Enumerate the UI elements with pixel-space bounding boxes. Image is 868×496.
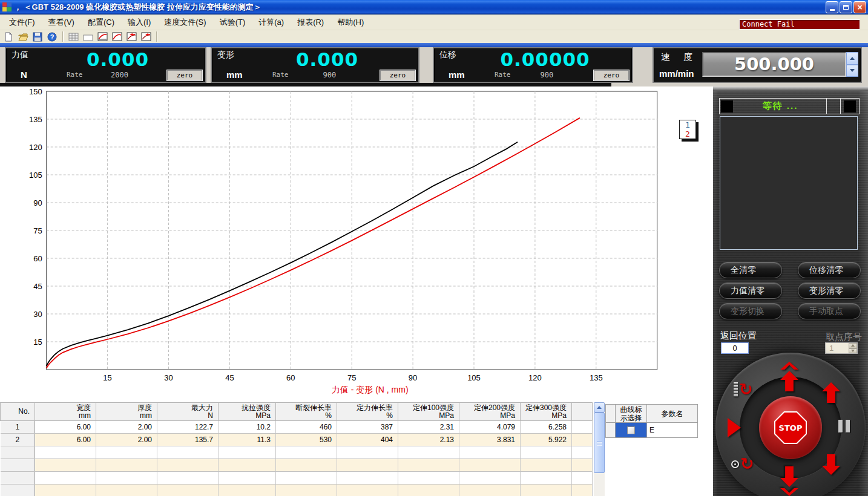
- result-cell: 2.13: [398, 434, 459, 446]
- curve-chart-small-icon[interactable]: [96, 31, 108, 42]
- result-cell: 11.3: [219, 434, 276, 446]
- rotate-arrow-icon: ↻: [739, 382, 753, 397]
- speed-value[interactable]: 500.000: [702, 52, 846, 77]
- control-button-3[interactable]: 变形清零: [798, 282, 861, 299]
- help-icon[interactable]: ?: [46, 31, 58, 42]
- restore-icon: [843, 5, 849, 10]
- zero-button[interactable]: zero: [380, 70, 415, 80]
- open-folder-icon[interactable]: [17, 31, 29, 42]
- menu-item-8[interactable]: 帮助(H): [330, 15, 370, 30]
- down-arrow-icon: [780, 466, 798, 487]
- result-cell: [219, 472, 276, 485]
- menu-item-4[interactable]: 速度文件(S): [157, 15, 212, 30]
- result-cell: [157, 446, 219, 459]
- thumb-grip: [597, 441, 602, 446]
- control-button-1[interactable]: 位移清零: [798, 262, 861, 278]
- results-scrollbar[interactable]: [594, 402, 605, 496]
- result-cell: [276, 446, 337, 459]
- legend-item-1[interactable]: 1: [685, 120, 690, 129]
- new-file-icon[interactable]: [2, 31, 15, 42]
- menu-item-6[interactable]: 计算(a): [252, 15, 291, 30]
- svg-text:45: 45: [225, 373, 234, 382]
- speed-spin-down-button[interactable]: [846, 65, 858, 77]
- down-arrow-icon: [850, 69, 855, 72]
- save-icon[interactable]: [31, 31, 44, 42]
- result-cell: 6.00: [35, 421, 96, 434]
- export-curve-1-icon[interactable]: [125, 31, 137, 42]
- svg-text:105: 105: [29, 171, 42, 180]
- rotate-arrow-icon: ↻: [740, 457, 754, 471]
- fast-down-arrow-icon: [780, 488, 798, 496]
- result-cell: [219, 485, 276, 496]
- chart-legend[interactable]: 12: [679, 120, 696, 139]
- menu-item-7[interactable]: 报表(R): [291, 15, 330, 30]
- result-cell: [572, 421, 593, 434]
- table-row[interactable]: [1, 472, 593, 485]
- scrollbar-up-button[interactable]: [594, 402, 605, 413]
- control-button-0[interactable]: 全清零: [719, 262, 782, 278]
- result-cell: [572, 446, 593, 459]
- row-number-cell: 1: [1, 421, 35, 434]
- control-button-2[interactable]: 力值清零: [719, 282, 782, 299]
- point-index-up-button[interactable]: [849, 343, 857, 348]
- jog-speed-high-icon[interactable]: ↻: [734, 382, 753, 397]
- meter-value: 0.000: [6, 48, 205, 70]
- app-icon: [2, 2, 12, 11]
- window-controls: ×: [826, 1, 866, 13]
- close-button[interactable]: ×: [853, 1, 866, 13]
- menu-item-0[interactable]: 文件(F): [2, 15, 42, 30]
- connection-status: Connect Fail: [740, 20, 860, 29]
- blank-report-icon[interactable]: [82, 31, 94, 42]
- result-cell: 135.7: [157, 434, 219, 446]
- jog-down-fast-button[interactable]: [780, 466, 798, 496]
- curve-show-checkbox[interactable]: [627, 426, 635, 434]
- table-row[interactable]: 26.002.00135.711.35304042.133.8315.922: [1, 434, 593, 446]
- column-header: 定力伸长率%: [337, 403, 398, 421]
- header-line2: 示选择: [620, 414, 642, 422]
- scrollbar-thumb[interactable]: [594, 413, 605, 473]
- zero-button[interactable]: zero: [594, 70, 629, 80]
- legend-item-2[interactable]: 2: [685, 129, 690, 139]
- curve-show-cell[interactable]: [616, 423, 647, 438]
- result-cell: [219, 446, 276, 459]
- result-cell: [96, 459, 157, 472]
- jog-up-button[interactable]: [822, 382, 840, 403]
- restore-button[interactable]: [840, 1, 852, 13]
- return-position-input[interactable]: 0: [721, 342, 749, 354]
- table-row[interactable]: [1, 485, 593, 496]
- stop-button[interactable]: STOP: [759, 396, 822, 459]
- pause-button[interactable]: [838, 420, 850, 432]
- result-cell: [96, 485, 157, 496]
- menu-item-3[interactable]: 输入(I): [121, 15, 157, 30]
- zero-button[interactable]: zero: [167, 70, 202, 80]
- table-row[interactable]: [1, 459, 593, 472]
- menu-item-5[interactable]: 试验(T): [213, 15, 252, 30]
- jog-speed-low-icon[interactable]: ↻: [731, 457, 754, 471]
- run-button[interactable]: [728, 418, 741, 437]
- jog-up-fast-button[interactable]: [780, 362, 798, 391]
- machine-status-bar: 等待 ...: [719, 98, 860, 114]
- app-icon-part: [7, 2, 12, 7]
- table-row[interactable]: 16.002.00122.710.24603872.314.0796.258: [1, 421, 593, 434]
- minimize-button[interactable]: [826, 1, 838, 13]
- column-header: 定伸200强度MPa: [459, 403, 521, 421]
- status-main: 等待 ...: [720, 99, 826, 114]
- menu-item-1[interactable]: 查看(V): [42, 15, 81, 30]
- data-grid-icon[interactable]: [67, 31, 79, 42]
- export-curve-2-icon[interactable]: [140, 31, 152, 42]
- table-row[interactable]: [1, 446, 593, 459]
- point-index-down-button[interactable]: [849, 348, 857, 354]
- up-arrow-icon: [822, 382, 840, 403]
- curve-chart-large-icon[interactable]: [111, 31, 123, 42]
- point-index-input[interactable]: 1: [826, 343, 849, 353]
- jog-down-button[interactable]: [822, 454, 840, 475]
- row-selector[interactable]: [606, 423, 616, 438]
- speed-spinner: [846, 52, 858, 77]
- speed-spin-up-button[interactable]: [846, 52, 858, 65]
- svg-text:90: 90: [33, 198, 42, 207]
- result-cell: 387: [337, 421, 398, 434]
- panel-shine: [713, 86, 868, 91]
- row-number-cell: [1, 472, 35, 485]
- menu-item-2[interactable]: 配置(C): [81, 15, 121, 30]
- meter-unit: mm: [449, 70, 465, 80]
